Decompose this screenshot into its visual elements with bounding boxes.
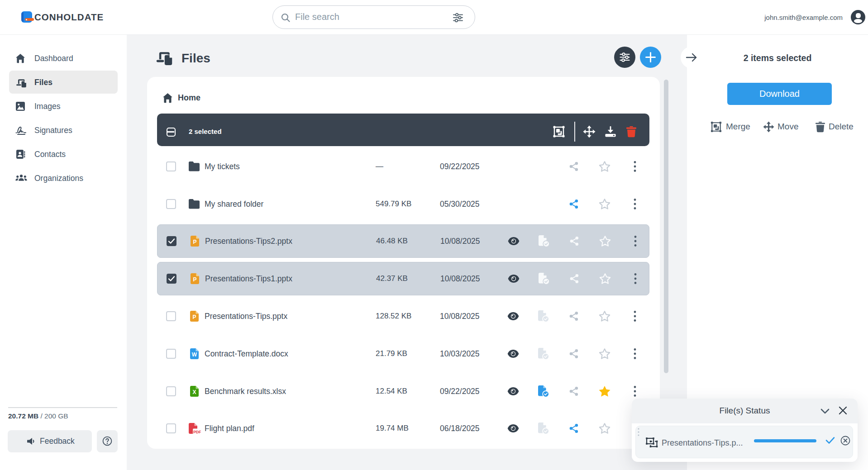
- svg-text:P: P: [193, 276, 196, 283]
- svg-text:X: X: [192, 389, 196, 395]
- svg-text:PDF: PDF: [193, 430, 201, 434]
- svg-text:W: W: [192, 351, 197, 358]
- svg-text:P: P: [192, 314, 196, 320]
- svg-text:P: P: [193, 239, 196, 245]
